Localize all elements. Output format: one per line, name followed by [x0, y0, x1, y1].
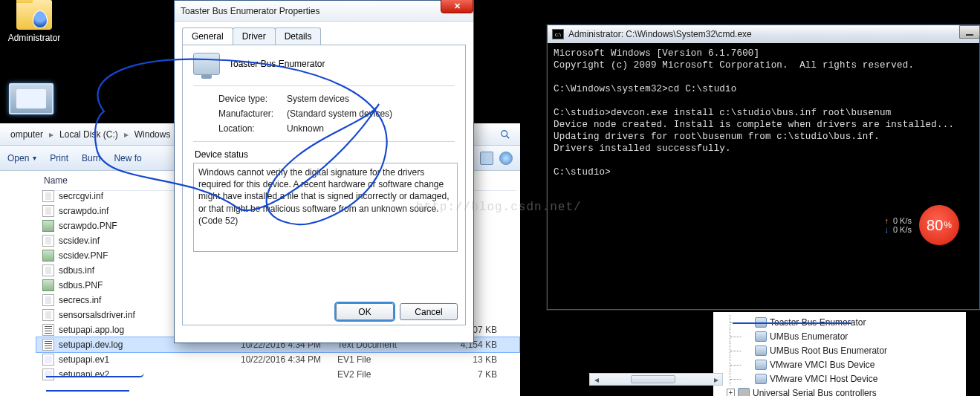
- device-properties-dialog: Toaster Bus Enumerator Properties ✕ Gene…: [174, 0, 474, 343]
- device-label: VMware VMCI Host Device: [770, 374, 877, 384]
- new-folder-button[interactable]: New fo: [114, 153, 141, 163]
- file-name: setunani.ev2: [59, 369, 241, 380]
- file-icon: [42, 190, 54, 202]
- file-icon: [42, 354, 54, 366]
- cancel-button[interactable]: Cancel: [400, 303, 458, 320]
- scroll-right-icon[interactable]: ▸: [710, 374, 722, 385]
- preview-pane-icon[interactable]: [480, 152, 493, 165]
- help-icon[interactable]: [499, 152, 513, 165]
- file-type: EV2 File: [337, 369, 445, 380]
- breadcrumb-part[interactable]: Windows: [129, 126, 177, 143]
- file-icon: [42, 235, 54, 247]
- device-label: Universal Serial Bus controllers: [753, 388, 877, 397]
- folder-icon: [16, 0, 52, 30]
- device-name: Toaster Bus Enumerator: [229, 59, 325, 69]
- burn-button[interactable]: Burn: [82, 153, 100, 163]
- file-type: EV1 File: [337, 354, 445, 365]
- chevron-down-icon: ▾: [33, 154, 36, 162]
- tab-details[interactable]: Details: [275, 27, 322, 45]
- percent-badge[interactable]: 80%: [919, 205, 959, 245]
- dialog-title-text: Toaster Bus Enumerator Properties: [181, 6, 319, 16]
- upload-rate: 0 K/s: [893, 216, 912, 225]
- device-icon: [755, 360, 767, 370]
- value-manufacturer: (Standard system devices): [287, 108, 392, 119]
- dialog-title[interactable]: Toaster Bus Enumerator Properties: [175, 1, 473, 22]
- file-icon: [42, 205, 54, 217]
- file-icon: [42, 324, 54, 336]
- file-size: 7 KB: [445, 369, 497, 380]
- cmd-output[interactable]: Microsoft Windows [Version 6.1.7600] Cop…: [548, 43, 979, 183]
- label-manufacturer: Manufacturer:: [218, 108, 287, 119]
- tab-general[interactable]: General: [182, 27, 233, 45]
- device-icon: [193, 53, 220, 75]
- desktop-label: Administrator: [8, 33, 61, 43]
- file-icon: [42, 279, 54, 291]
- file-icon: [42, 309, 54, 321]
- device-label: VMware VMCI Bus Device: [770, 360, 874, 370]
- device-label: UMBus Enumerator: [770, 331, 848, 342]
- cmd-titlebar[interactable]: c:\ Administrator: C:\Windows\System32\c…: [548, 25, 979, 43]
- device-node[interactable]: UMBus Enumerator: [716, 329, 963, 343]
- ok-button[interactable]: OK: [336, 303, 394, 320]
- cmd-title-text: Administrator: C:\Windows\System32\cmd.e…: [568, 29, 752, 39]
- file-icon: [42, 250, 54, 262]
- desktop-shortcut-admin[interactable]: Administrator: [7, 0, 61, 43]
- device-node[interactable]: Toaster Bus Enumerator: [716, 315, 963, 329]
- breadcrumb-part[interactable]: Local Disk (C:): [53, 126, 124, 143]
- file-name: setupapi.ev1: [59, 354, 241, 365]
- device-node[interactable]: UMBus Root Bus Enumerator: [716, 343, 963, 357]
- value-location: Unknown: [287, 123, 324, 134]
- network-speed-widget: ↑0 K/s ↓0 K/s 80%: [884, 205, 959, 245]
- svg-point-0: [502, 130, 507, 136]
- minimize-icon: [966, 34, 973, 36]
- scroll-left-icon[interactable]: ◂: [590, 374, 603, 385]
- search-icon[interactable]: [495, 126, 516, 143]
- device-icon: [755, 374, 767, 384]
- label-location: Location:: [218, 123, 287, 134]
- arrow-up-icon: ↑: [884, 216, 889, 225]
- file-icon: [42, 220, 54, 232]
- label-device-status: Device status: [195, 149, 455, 160]
- breadcrumb-part[interactable]: omputer: [4, 126, 49, 143]
- shield-icon: [33, 10, 48, 28]
- download-rate: 0 K/s: [893, 225, 912, 234]
- tab-bar: General Driver Details: [182, 27, 473, 45]
- device-status-text[interactable]: Windows cannot verify the digital signat…: [193, 163, 458, 252]
- device-label: Toaster Bus Enumerator: [770, 317, 866, 328]
- cmd-window: c:\ Administrator: C:\Windows\System32\c…: [547, 25, 980, 310]
- percent-value: 80: [927, 217, 943, 234]
- file-row[interactable]: setunani.ev2EV2 File7 KB: [36, 367, 519, 382]
- horizontal-scrollbar[interactable]: ◂ ▸: [589, 373, 723, 386]
- device-label: UMBus Root Bus Enumerator: [770, 345, 887, 356]
- file-date: 10/22/2016 4:34 PM: [241, 354, 337, 365]
- device-node[interactable]: VMware VMCI Host Device: [716, 371, 963, 386]
- tab-panel-general: Toaster Bus Enumerator Device type:Syste…: [182, 45, 466, 325]
- print-button[interactable]: Print: [50, 153, 68, 163]
- file-icon: [42, 294, 54, 306]
- arrow-down-icon: ↓: [884, 225, 889, 234]
- file-size: 13 KB: [445, 354, 497, 365]
- file-row[interactable]: setupapi.ev110/22/2016 4:34 PMEV1 File13…: [36, 352, 519, 367]
- value-device-type: System devices: [287, 94, 349, 104]
- cmd-icon: c:\: [552, 29, 564, 39]
- device-icon: [755, 331, 767, 342]
- close-icon: ✕: [454, 1, 461, 11]
- tab-driver[interactable]: Driver: [233, 27, 276, 45]
- open-menu[interactable]: Open: [7, 153, 29, 163]
- device-icon: [755, 345, 767, 356]
- file-icon: [42, 369, 54, 380]
- expand-icon[interactable]: +: [727, 389, 735, 396]
- device-node[interactable]: VMware VMCI Bus Device: [716, 357, 963, 371]
- minimize-button[interactable]: [959, 25, 980, 39]
- device-category[interactable]: +Universal Serial Bus controllers: [716, 386, 963, 396]
- close-button[interactable]: ✕: [441, 0, 473, 13]
- file-icon: [42, 339, 54, 351]
- file-icon: [42, 264, 54, 276]
- taskbar-thumbnail[interactable]: [9, 83, 53, 114]
- device-manager-tree: Toaster Bus Enumerator UMBus Enumerator …: [713, 312, 966, 396]
- usb-icon: [738, 388, 750, 397]
- scroll-thumb[interactable]: [631, 375, 675, 383]
- percent-suffix: %: [944, 220, 952, 230]
- label-device-type: Device type:: [218, 94, 287, 104]
- svg-line-1: [507, 135, 510, 138]
